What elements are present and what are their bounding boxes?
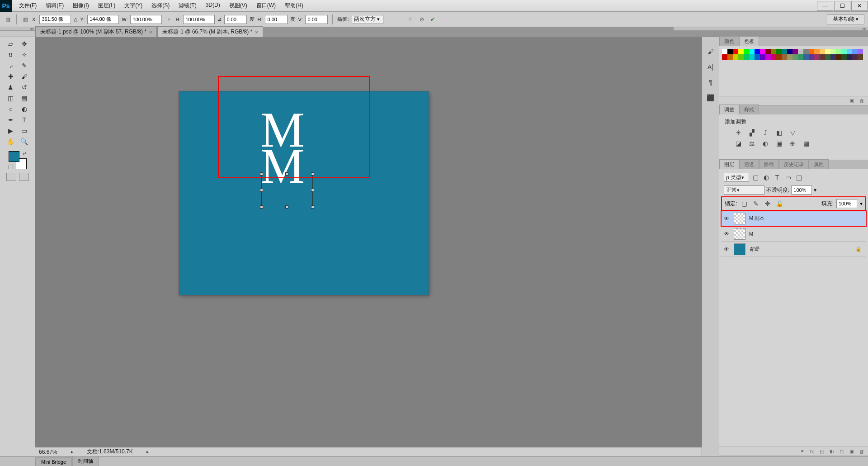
- menu-image[interactable]: 图像(I): [69, 0, 92, 11]
- delta-icon[interactable]: △: [74, 16, 77, 22]
- opacity-input[interactable]: 100%: [791, 185, 812, 195]
- swatch[interactable]: [847, 49, 852, 54]
- menu-filter[interactable]: 滤镜(T): [175, 0, 200, 11]
- menu-file[interactable]: 文件(F): [15, 0, 40, 11]
- swatch[interactable]: [782, 49, 787, 54]
- interpolation-select[interactable]: 两次立方 ▾: [352, 15, 383, 24]
- tab-channels[interactable]: 通道: [739, 159, 759, 169]
- x-input[interactable]: 361.50 像: [39, 15, 71, 24]
- swatch[interactable]: [755, 49, 760, 54]
- visibility-icon[interactable]: 👁: [723, 231, 730, 237]
- menu-type[interactable]: 文字(Y): [121, 0, 146, 11]
- swatch[interactable]: [760, 54, 765, 60]
- swatch[interactable]: [755, 54, 760, 60]
- swatch[interactable]: [722, 54, 727, 60]
- dodge-tool-icon[interactable]: ◐: [18, 104, 31, 114]
- layer-thumbnail[interactable]: [734, 228, 745, 240]
- layer-style-icon[interactable]: fx: [808, 448, 816, 455]
- tab-mini-bridge[interactable]: Mini Bridge: [35, 457, 72, 466]
- vskew-input[interactable]: 0.00: [305, 15, 328, 24]
- hskew-input[interactable]: 0.00: [265, 15, 288, 24]
- toolbox-collapse-grip[interactable]: ◂◂: [0, 27, 35, 31]
- swatch[interactable]: [744, 49, 749, 54]
- fill-input[interactable]: 100%: [836, 199, 857, 208]
- swatch[interactable]: [776, 49, 782, 54]
- zoom-level[interactable]: 66.67%: [39, 449, 57, 455]
- swatch[interactable]: [776, 54, 782, 60]
- filter-smart-icon[interactable]: ◫: [794, 173, 803, 181]
- posterize-icon[interactable]: ▦: [802, 139, 811, 147]
- trash-icon[interactable]: 🗑: [858, 98, 865, 104]
- channelmixer-icon[interactable]: ⊕: [788, 139, 797, 147]
- reference-point-icon[interactable]: ▦: [21, 15, 29, 24]
- cancel-transform-icon[interactable]: ⊘: [418, 15, 426, 24]
- swatch[interactable]: [825, 49, 830, 54]
- tab-swatches[interactable]: 色板: [739, 36, 759, 46]
- swatch[interactable]: [738, 49, 744, 54]
- status-arrow-icon[interactable]: ▸: [71, 449, 73, 454]
- eraser-tool-icon[interactable]: ◫: [5, 93, 17, 103]
- blend-mode-select[interactable]: 正常 ▾: [724, 185, 764, 195]
- 3d-panel-icon[interactable]: ⬛: [705, 92, 716, 103]
- swatch[interactable]: [749, 49, 755, 54]
- brush-tool-icon[interactable]: 🖌: [18, 71, 31, 81]
- swatch[interactable]: [733, 49, 738, 54]
- character-panel-icon[interactable]: A|: [705, 62, 716, 72]
- swatch[interactable]: [820, 54, 825, 60]
- transform-tool-icon[interactable]: ▧: [4, 15, 12, 24]
- colorbalance-icon[interactable]: ⚖: [747, 139, 756, 147]
- tab-adjustments[interactable]: 调整: [719, 105, 739, 114]
- standard-mode-icon[interactable]: [6, 173, 16, 181]
- eyedropper-tool-icon[interactable]: ✎: [18, 61, 31, 71]
- swatch[interactable]: [841, 49, 847, 54]
- stamp-tool-icon[interactable]: ♟: [5, 82, 17, 92]
- gradient-tool-icon[interactable]: ▤: [18, 93, 31, 103]
- swatch[interactable]: [738, 54, 744, 60]
- swatch[interactable]: [847, 54, 852, 60]
- path-select-tool-icon[interactable]: ▶: [5, 126, 17, 136]
- layer-row-selected[interactable]: 👁 M 副本: [721, 211, 866, 226]
- shape-tool-icon[interactable]: ▭: [18, 126, 31, 136]
- move-tool-icon[interactable]: ▱: [5, 39, 17, 49]
- link-wh-icon[interactable]: ⚬: [165, 15, 173, 24]
- layer-name[interactable]: M: [749, 231, 753, 237]
- close-icon[interactable]: ×: [149, 29, 152, 35]
- swatch[interactable]: [858, 54, 863, 60]
- swatch[interactable]: [727, 49, 733, 54]
- tab-color[interactable]: 颜色: [719, 36, 739, 46]
- canvas-area[interactable]: M M 66.67% ▸ 文档:1.63M/510.7K ▸: [35, 37, 702, 456]
- curves-icon[interactable]: ⤴: [761, 128, 770, 137]
- swatch[interactable]: [836, 49, 841, 54]
- pen-tool-icon[interactable]: ✒: [5, 115, 17, 125]
- new-swatch-icon[interactable]: ▣: [848, 98, 855, 104]
- swatch[interactable]: [830, 49, 836, 54]
- swatch[interactable]: [841, 54, 847, 60]
- menu-view[interactable]: 视图(V): [226, 0, 251, 11]
- brightness-icon[interactable]: ☀: [734, 128, 743, 137]
- layer-mask-icon[interactable]: ◰: [818, 448, 826, 455]
- swatch[interactable]: [809, 54, 814, 60]
- swatch[interactable]: [733, 54, 738, 60]
- history-brush-tool-icon[interactable]: ↺: [18, 82, 31, 92]
- doc-tab-1[interactable]: 未标题-1.psd @ 100% (M 副本 57, RGB/8) * ×: [35, 26, 157, 37]
- hand-tool-icon[interactable]: ✋: [5, 137, 17, 147]
- exposure-icon[interactable]: ◧: [774, 128, 783, 137]
- h-input[interactable]: 100.00%: [183, 15, 215, 24]
- swatch[interactable]: [787, 54, 793, 60]
- photofilter-icon[interactable]: ▣: [774, 139, 783, 147]
- levels-icon[interactable]: ▞: [747, 128, 756, 137]
- swatch[interactable]: [803, 49, 809, 54]
- close-button[interactable]: ✕: [851, 1, 868, 11]
- swatch[interactable]: [722, 49, 727, 54]
- brush-presets-icon[interactable]: 🖌: [705, 46, 716, 57]
- tab-styles[interactable]: 样式: [739, 105, 759, 114]
- lock-transparency-icon[interactable]: ▢: [740, 200, 749, 208]
- angle-input[interactable]: 0.00: [224, 15, 247, 24]
- swatch[interactable]: [744, 54, 749, 60]
- default-colors-icon[interactable]: [9, 165, 13, 169]
- doc-tab-2[interactable]: 未标题-1 @ 66.7% (M 副本, RGB/8) * ×: [157, 26, 263, 37]
- tab-properties[interactable]: 属性: [809, 159, 829, 169]
- swatch[interactable]: [852, 54, 858, 60]
- vibrance-icon[interactable]: ▽: [788, 128, 797, 137]
- swatch[interactable]: [814, 49, 820, 54]
